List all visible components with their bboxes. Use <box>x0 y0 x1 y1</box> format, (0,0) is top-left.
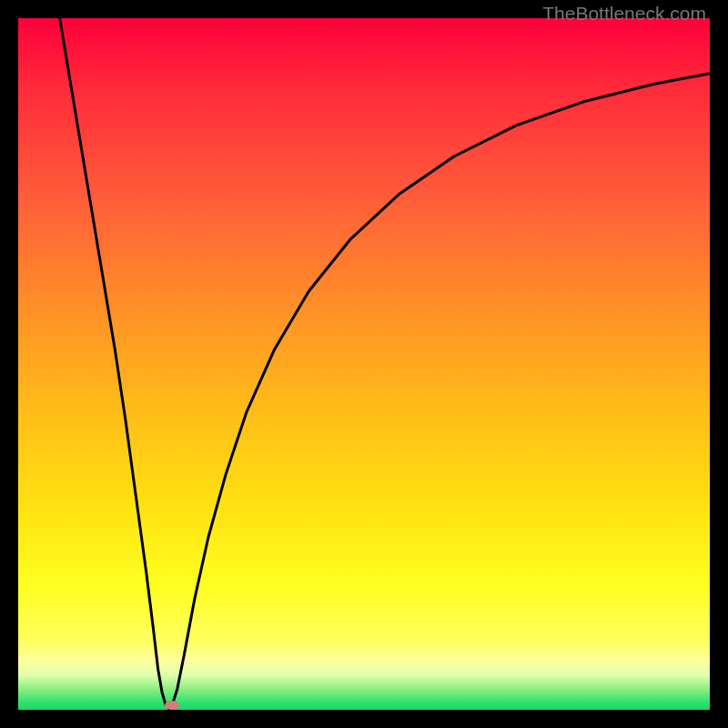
attribution-text: TheBottleneck.com <box>542 3 706 25</box>
bottleneck-curve <box>18 18 710 710</box>
optimum-marker-icon <box>165 701 179 710</box>
plot-area <box>18 18 710 710</box>
